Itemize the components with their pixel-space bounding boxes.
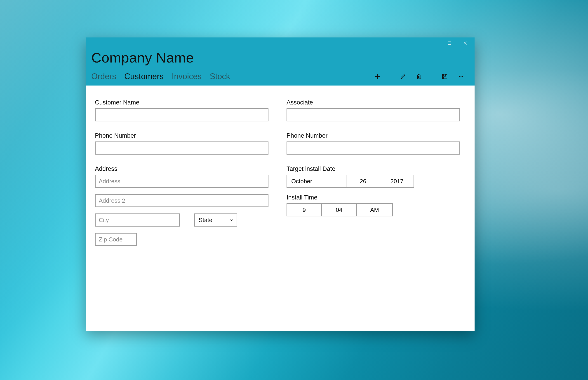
city-state-row: State bbox=[95, 213, 269, 227]
window-controls bbox=[86, 38, 475, 49]
minimize-button[interactable] bbox=[426, 38, 441, 49]
right-column: Associate Phone Number Target install Da… bbox=[287, 99, 460, 322]
maximize-button[interactable] bbox=[441, 38, 457, 49]
associate-label: Associate bbox=[287, 99, 460, 106]
state-dropdown-label: State bbox=[199, 217, 212, 224]
add-icon bbox=[374, 73, 381, 80]
close-button[interactable] bbox=[457, 38, 473, 49]
address1-input[interactable] bbox=[95, 175, 269, 188]
svg-rect-16 bbox=[443, 77, 446, 79]
install-date-picker[interactable]: October 26 2017 bbox=[287, 175, 413, 188]
associate-phone-label: Phone Number bbox=[287, 132, 460, 139]
address-label: Address bbox=[95, 165, 269, 172]
delete-button[interactable] bbox=[411, 72, 427, 81]
app-title: Company Name bbox=[86, 49, 475, 72]
titlebar: Company Name Orders Customers Invoices S… bbox=[86, 38, 475, 86]
tabs: Orders Customers Invoices Stock bbox=[91, 72, 230, 81]
date-day-segment[interactable]: 26 bbox=[346, 175, 380, 188]
associate-input[interactable] bbox=[287, 108, 460, 121]
install-date-label: Target install Date bbox=[287, 165, 460, 172]
svg-point-19 bbox=[462, 76, 463, 77]
tab-invoices[interactable]: Invoices bbox=[172, 72, 202, 81]
add-button[interactable] bbox=[369, 72, 385, 81]
tab-orders[interactable]: Orders bbox=[91, 72, 116, 81]
close-icon bbox=[463, 41, 467, 45]
associate-phone-input[interactable] bbox=[287, 141, 460, 154]
tab-customers[interactable]: Customers bbox=[124, 72, 164, 81]
more-button[interactable] bbox=[453, 72, 469, 81]
more-icon bbox=[458, 73, 464, 80]
svg-point-18 bbox=[461, 76, 462, 77]
tabbar: Orders Customers Invoices Stock bbox=[86, 72, 475, 86]
maximize-icon bbox=[448, 41, 451, 45]
svg-rect-15 bbox=[443, 74, 446, 76]
install-time-picker[interactable]: 9 04 AM bbox=[287, 203, 393, 216]
date-year-segment[interactable]: 2017 bbox=[380, 175, 414, 188]
left-column: Customer Name Phone Number Address State bbox=[95, 99, 269, 322]
install-time-label: Install Time bbox=[287, 194, 460, 201]
toolbar-separator bbox=[390, 73, 390, 80]
toolbar bbox=[369, 72, 469, 81]
svg-point-17 bbox=[459, 76, 460, 77]
edit-button[interactable] bbox=[395, 72, 411, 81]
customer-name-label: Customer Name bbox=[95, 99, 269, 106]
form-content: Customer Name Phone Number Address State bbox=[86, 86, 475, 331]
toolbar-separator bbox=[432, 73, 432, 80]
customer-name-input[interactable] bbox=[95, 108, 269, 121]
time-hour-segment[interactable]: 9 bbox=[287, 203, 322, 216]
chevron-down-icon bbox=[229, 218, 234, 222]
minimize-icon bbox=[432, 41, 436, 45]
customer-phone-label: Phone Number bbox=[95, 132, 269, 139]
zip-input[interactable] bbox=[95, 233, 137, 246]
app-window: Company Name Orders Customers Invoices S… bbox=[86, 38, 475, 331]
delete-icon bbox=[416, 73, 422, 80]
date-month-segment[interactable]: October bbox=[287, 175, 346, 188]
time-ampm-segment[interactable]: AM bbox=[357, 203, 393, 216]
save-icon bbox=[441, 73, 448, 80]
time-minute-segment[interactable]: 04 bbox=[322, 203, 357, 216]
save-button[interactable] bbox=[437, 72, 453, 81]
address2-input[interactable] bbox=[95, 194, 269, 207]
city-input[interactable] bbox=[95, 213, 180, 227]
tab-stock[interactable]: Stock bbox=[210, 72, 230, 81]
customer-phone-input[interactable] bbox=[95, 141, 269, 154]
state-dropdown[interactable]: State bbox=[194, 213, 237, 227]
svg-rect-1 bbox=[448, 42, 451, 44]
edit-icon bbox=[399, 73, 406, 80]
